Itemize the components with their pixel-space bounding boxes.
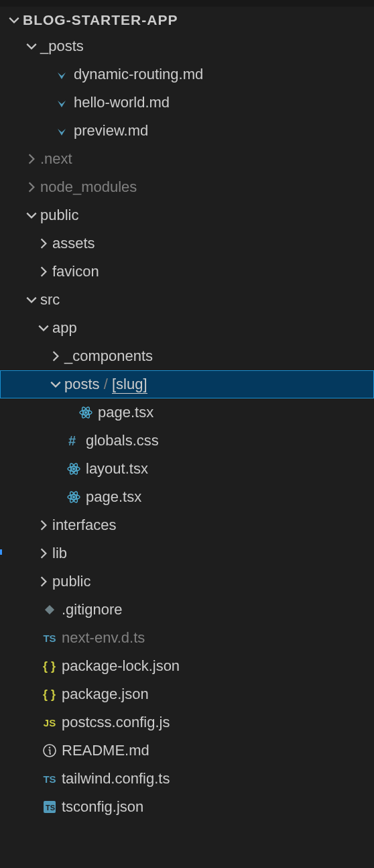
file-layout-tsx[interactable]: layout.tsx	[0, 455, 374, 483]
file-page-app[interactable]: page.tsx	[0, 483, 374, 511]
chevron-right-icon	[35, 576, 52, 588]
folder-label: favicon	[52, 263, 99, 280]
file-next-env[interactable]: TS next-env.d.ts	[0, 624, 374, 652]
chevron-down-icon	[47, 378, 64, 390]
react-icon	[64, 490, 83, 504]
chevron-right-icon	[35, 519, 52, 531]
folder-posts[interactable]: _posts	[0, 32, 374, 60]
chevron-down-icon	[23, 209, 40, 221]
markdown-download-icon	[52, 123, 71, 138]
json-braces-icon	[40, 687, 59, 702]
folder-label: public	[40, 207, 78, 224]
file-label: layout.tsx	[86, 460, 148, 478]
info-icon	[40, 743, 59, 758]
file-label: globals.css	[86, 432, 159, 449]
file-label: tailwind.config.ts	[62, 770, 170, 788]
file-postcss-config[interactable]: JS postcss.config.js	[0, 708, 374, 737]
file-tsconfig[interactable]: tsconfig.json	[0, 793, 374, 821]
file-label: tsconfig.json	[62, 798, 143, 816]
file-label: hello-world.md	[74, 94, 170, 111]
folder-label: _components	[64, 347, 153, 365]
folder-lib[interactable]: lib	[0, 539, 374, 567]
chevron-right-icon	[47, 350, 64, 362]
folder-label: interfaces	[52, 517, 116, 534]
file-explorer: BLOG-STARTER-APP _posts dynamic-routing.…	[0, 7, 374, 821]
typescript-icon: TS	[40, 633, 59, 644]
file-page-slug[interactable]: page.tsx	[0, 398, 374, 427]
folder-label: _posts	[40, 38, 84, 55]
file-package-lock[interactable]: package-lock.json	[0, 652, 374, 680]
folder-src-public[interactable]: public	[0, 567, 374, 596]
file-label: package-lock.json	[62, 657, 180, 675]
file-readme[interactable]: README.md	[0, 737, 374, 765]
chevron-right-icon	[23, 153, 40, 165]
folder-label: assets	[52, 235, 95, 252]
diamond-icon	[40, 602, 59, 617]
react-icon	[64, 462, 83, 476]
folder-posts-slug[interactable]: posts / [slug]	[0, 370, 374, 398]
folder-next[interactable]: .next	[0, 145, 374, 173]
folder-label: node_modules	[40, 178, 137, 196]
file-label: package.json	[62, 686, 149, 703]
folder-node-modules[interactable]: node_modules	[0, 173, 374, 201]
folder-interfaces[interactable]: interfaces	[0, 511, 374, 539]
folder-label: lib	[52, 545, 67, 562]
file-label: .gitignore	[62, 601, 123, 618]
file-label: postcss.config.js	[62, 714, 170, 731]
file-label: page.tsx	[98, 404, 153, 421]
typescript-icon: TS	[40, 773, 59, 785]
javascript-icon: JS	[40, 717, 59, 728]
markdown-download-icon	[52, 67, 71, 82]
chevron-right-icon	[35, 547, 52, 559]
chevron-down-icon	[23, 294, 40, 306]
file-tailwind-config[interactable]: TS tailwind.config.ts	[0, 765, 374, 793]
folder-src[interactable]: src	[0, 286, 374, 314]
file-label: next-env.d.ts	[62, 629, 145, 647]
hash-icon	[64, 433, 83, 448]
react-icon	[76, 405, 95, 420]
activity-bar-marker	[0, 549, 2, 555]
folder-label: app	[52, 319, 77, 337]
project-name: BLOG-STARTER-APP	[23, 12, 178, 28]
chevron-right-icon	[35, 237, 52, 250]
file-package-json[interactable]: package.json	[0, 680, 374, 708]
folder-label: public	[52, 573, 90, 590]
chevron-right-icon	[35, 266, 52, 278]
chevron-down-icon	[23, 40, 40, 52]
folder-public[interactable]: public	[0, 201, 374, 229]
folder-label: posts / [slug]	[64, 376, 147, 393]
file-preview[interactable]: preview.md	[0, 117, 374, 145]
tsconfig-icon	[40, 800, 59, 814]
file-label: page.tsx	[86, 488, 141, 506]
file-hello-world[interactable]: hello-world.md	[0, 89, 374, 117]
folder-favicon[interactable]: favicon	[0, 258, 374, 286]
chevron-right-icon	[23, 181, 40, 193]
folder-app[interactable]: app	[0, 314, 374, 342]
file-label: dynamic-routing.md	[74, 66, 203, 83]
json-braces-icon	[40, 659, 59, 673]
folder-assets[interactable]: assets	[0, 229, 374, 258]
file-dynamic-routing[interactable]: dynamic-routing.md	[0, 60, 374, 89]
chevron-down-icon	[35, 322, 52, 334]
folder-label: src	[40, 291, 60, 309]
markdown-download-icon	[52, 95, 71, 110]
file-globals-css[interactable]: globals.css	[0, 427, 374, 455]
folder-label: .next	[40, 150, 72, 168]
file-label: preview.md	[74, 122, 148, 140]
folder-components[interactable]: _components	[0, 342, 374, 370]
project-header[interactable]: BLOG-STARTER-APP	[0, 9, 374, 32]
file-gitignore[interactable]: .gitignore	[0, 596, 374, 624]
chevron-down-icon	[5, 14, 23, 26]
file-label: README.md	[62, 742, 149, 759]
